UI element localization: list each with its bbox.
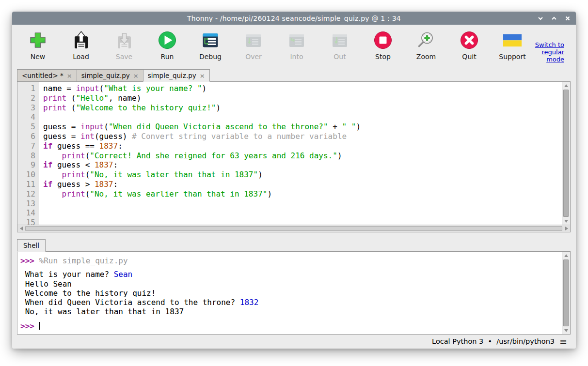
new-button[interactable]: New [20,25,55,69]
step-out-button[interactable]: Out [322,25,357,69]
shell-line: When did Queen Victoria ascend to the th… [20,298,562,307]
line-number: 7 [17,141,39,151]
code-line: if guess == 1837: [43,141,562,151]
scrollbar-thumb[interactable] [563,90,569,217]
line-number: 1 [17,84,39,93]
shell-tab-bar: Shell [17,239,576,251]
code-line: print ("Welcome to the history quiz!") [43,103,562,113]
shell-line: Welcome to the history quiz! [20,289,562,298]
titlebar[interactable]: Thonny - /home/pi/260124 seancode/simple… [12,12,576,25]
code-token: print [62,151,85,160]
code-line: print("No, it was later than that in 183… [43,170,562,180]
support-button[interactable]: Support [495,25,530,69]
scroll-up-icon[interactable] [562,82,570,89]
code-token: input [76,84,99,93]
code-token: ( [85,151,90,160]
code-token: guess > [52,180,95,189]
code-token: name = [43,84,76,93]
code-line: if guess < 1837: [43,160,562,170]
scrollbar-thumb[interactable] [25,226,562,231]
code-line [43,199,562,209]
line-number: 5 [17,122,39,132]
code-token: : [113,180,118,189]
code-token: ( [104,122,109,131]
tab-untitled[interactable]: <untitled> * × [17,69,77,82]
code-token: " " [342,122,356,131]
code-token: guess = [43,132,80,141]
shell-panel[interactable]: >>> %Run simple_quiz.py What is your nam… [17,251,571,335]
editor-tab-bar: <untitled> * × simple_quiz.py × simple_q… [17,69,576,81]
code-line: print("No, it was earlier than that in 1… [43,189,562,199]
debug-button[interactable]: Debug [193,25,228,69]
toolbar-label: Save [116,53,132,61]
editor-horizontal-scrollbar[interactable] [17,225,570,232]
run-button[interactable]: Run [150,25,185,69]
code-token: , name) [109,93,141,103]
window-controls [537,12,571,25]
code-line [43,112,562,122]
zoom-button[interactable]: Zoom [409,25,444,69]
run-icon [158,30,177,50]
stop-button[interactable]: Stop [366,25,400,69]
scroll-down-icon[interactable] [562,327,570,334]
save-button[interactable]: Save [107,25,142,69]
tab-close-icon[interactable]: × [133,72,139,79]
tab-label: <untitled> * [22,72,64,79]
code-editor[interactable]: 123456789101112131415 name = input("What… [17,81,571,232]
code-token: "Hello" [76,93,108,103]
code-token [43,151,62,160]
quit-button[interactable]: Quit [452,25,487,69]
code-token: "No, it was later than that in 1837" [90,170,258,179]
code-token: ( [85,189,90,198]
code-token: 1837 [95,160,113,169]
line-number: 10 [17,170,39,180]
step-into-button[interactable]: Into [279,25,314,69]
code-line: guess = input("When did Queen Victoria a… [43,122,562,132]
code-line: if guess > 1837: [43,180,562,189]
toolbar-label: Support [499,53,525,61]
interpreter-status[interactable]: Local Python 3 • /usr/bin/python3 [432,337,555,345]
load-button[interactable]: Load [64,25,98,69]
scrollbar-thumb[interactable] [563,259,569,326]
code-token: input [80,122,104,131]
code-area[interactable]: name = input("What is your name? ")print… [39,82,562,225]
code-token: Hello Sean [20,279,72,289]
switch-mode-link[interactable]: Switch to regular mode [530,41,564,63]
code-token [43,189,62,198]
scroll-down-icon[interactable] [562,217,570,225]
toolbar-label: New [31,53,46,61]
tab-simple-quiz-2[interactable]: simple_quiz.py × [143,69,210,82]
close-icon[interactable] [564,15,571,22]
debug-icon [201,30,220,50]
minimize-icon[interactable] [537,15,544,22]
scroll-up-icon[interactable] [562,252,570,259]
step-over-button[interactable]: Over [236,25,271,69]
maximize-icon[interactable] [551,15,557,22]
toolbar-label: Debug [199,53,222,61]
scroll-right-icon[interactable] [563,225,570,232]
code-token: : [113,160,118,169]
zoom-magnifier-icon [416,30,436,50]
hamburger-menu-icon[interactable]: ≡ [559,337,567,346]
line-number: 11 [17,180,39,189]
code-token: + [328,122,342,131]
shell-line: >>> [20,321,562,331]
editor-vertical-scrollbar[interactable] [562,82,570,225]
line-number-gutter: 123456789101112131415 [17,82,39,225]
tab-simple-quiz-1[interactable]: simple_quiz.py × [77,69,143,82]
tab-close-icon[interactable]: × [200,72,205,79]
code-token: What is your name? [20,270,114,279]
code-token: ) [216,103,221,112]
tab-shell[interactable]: Shell [17,239,46,252]
code-token: "Correct! And she reigned for 63 years a… [90,151,337,160]
line-number: 3 [17,103,39,113]
step-into-icon [287,30,306,50]
tab-close-icon[interactable]: × [67,72,72,79]
shell-vertical-scrollbar[interactable] [562,252,570,334]
code-token: if [43,180,52,189]
scroll-left-icon[interactable] [17,225,25,232]
shell-output[interactable]: >>> %Run simple_quiz.py What is your nam… [17,252,562,334]
shell-line: What is your name? Sean [20,270,562,279]
code-token: print [62,170,85,179]
code-token: "Welcome to the history quiz!" [76,103,216,112]
